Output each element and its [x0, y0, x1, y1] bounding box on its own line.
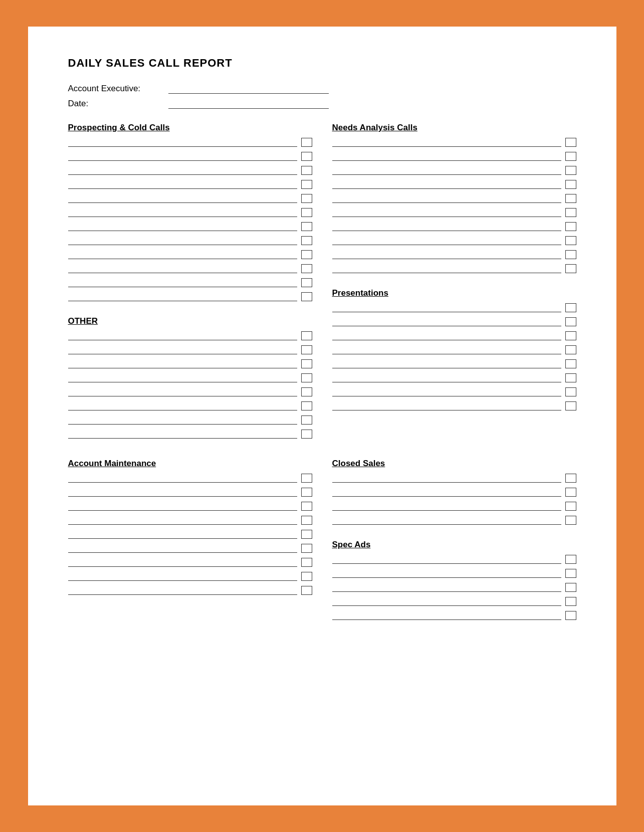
row-entry — [332, 387, 576, 396]
entry-line — [332, 555, 561, 564]
main-sections-grid: Prospecting & Cold Calls OTHER — [68, 123, 576, 454]
entry-box — [301, 474, 312, 483]
entry-line — [68, 572, 297, 581]
entry-box — [301, 488, 312, 497]
entry-box — [301, 430, 312, 439]
entry-box — [565, 359, 576, 368]
row-entry — [68, 488, 312, 497]
entry-box — [565, 474, 576, 483]
entry-line — [332, 180, 561, 189]
row-entry — [68, 331, 312, 340]
entry-box — [565, 345, 576, 354]
row-entry — [332, 331, 576, 340]
account-executive-line — [168, 93, 329, 94]
entry-line — [332, 331, 561, 340]
entry-line — [332, 373, 561, 382]
row-entry — [332, 569, 576, 578]
entry-line — [332, 359, 561, 368]
row-entry — [332, 194, 576, 203]
entry-box — [301, 586, 312, 595]
entry-box — [301, 166, 312, 175]
entry-box — [565, 138, 576, 147]
entry-box — [565, 401, 576, 410]
spec-ads-title: Spec Ads — [332, 540, 576, 550]
entry-line — [332, 401, 561, 410]
entry-line — [68, 488, 297, 497]
row-entry — [68, 250, 312, 259]
entry-line — [332, 303, 561, 312]
entry-box — [565, 236, 576, 245]
entry-line — [68, 250, 297, 259]
row-entry — [68, 264, 312, 273]
account-maintenance-section: Account Maintenance — [68, 459, 312, 595]
row-entry — [68, 222, 312, 231]
prospecting-title: Prospecting & Cold Calls — [68, 123, 312, 133]
closed-sales-section: Closed Sales — [332, 459, 576, 525]
row-entry — [68, 278, 312, 287]
entry-line — [332, 583, 561, 592]
row-entry — [68, 430, 312, 439]
entry-line — [332, 208, 561, 217]
right-column: Needs Analysis Calls Presentations — [332, 123, 576, 454]
entry-line — [68, 208, 297, 217]
row-entry — [68, 180, 312, 189]
row-entry — [68, 292, 312, 301]
date-line — [168, 108, 329, 109]
entry-line — [332, 488, 561, 497]
entry-box — [301, 138, 312, 147]
presentations-title: Presentations — [332, 288, 576, 298]
entry-box — [565, 611, 576, 620]
entry-line — [68, 331, 297, 340]
entry-line — [332, 474, 561, 483]
row-entry — [332, 359, 576, 368]
entry-line — [68, 430, 297, 439]
entry-box — [301, 236, 312, 245]
entry-box — [301, 401, 312, 410]
row-entry — [68, 544, 312, 553]
entry-box — [565, 387, 576, 396]
entry-box — [565, 208, 576, 217]
account-maintenance-column: Account Maintenance — [68, 459, 312, 635]
entry-line — [68, 502, 297, 511]
entry-box — [565, 331, 576, 340]
entry-line — [68, 530, 297, 539]
row-entry — [68, 558, 312, 567]
row-entry — [332, 555, 576, 564]
row-entry — [68, 345, 312, 354]
entry-line — [68, 516, 297, 525]
row-entry — [332, 166, 576, 175]
entry-line — [68, 401, 297, 410]
account-executive-label: Account Executive: — [68, 84, 168, 94]
row-entry — [332, 488, 576, 497]
row-entry — [332, 236, 576, 245]
entry-line — [68, 558, 297, 567]
entry-box — [301, 373, 312, 382]
entry-box — [301, 331, 312, 340]
account-executive-field: Account Executive: — [68, 84, 576, 94]
entry-box — [301, 222, 312, 231]
row-entry — [332, 138, 576, 147]
row-entry — [332, 583, 576, 592]
entry-box — [301, 180, 312, 189]
entry-box — [301, 250, 312, 259]
entry-line — [68, 359, 297, 368]
entry-line — [332, 569, 561, 578]
entry-line — [68, 236, 297, 245]
needs-analysis-title: Needs Analysis Calls — [332, 123, 576, 133]
entry-line — [332, 152, 561, 161]
entry-box — [301, 572, 312, 581]
entry-box — [565, 373, 576, 382]
entry-line — [68, 387, 297, 396]
row-entry — [332, 208, 576, 217]
entry-line — [68, 474, 297, 483]
row-entry — [332, 152, 576, 161]
entry-box — [565, 180, 576, 189]
entry-box — [301, 345, 312, 354]
other-section: OTHER — [68, 316, 312, 439]
entry-line — [68, 544, 297, 553]
row-entry — [332, 345, 576, 354]
entry-line — [68, 138, 297, 147]
entry-line — [68, 278, 297, 287]
entry-line — [68, 180, 297, 189]
entry-box — [565, 250, 576, 259]
